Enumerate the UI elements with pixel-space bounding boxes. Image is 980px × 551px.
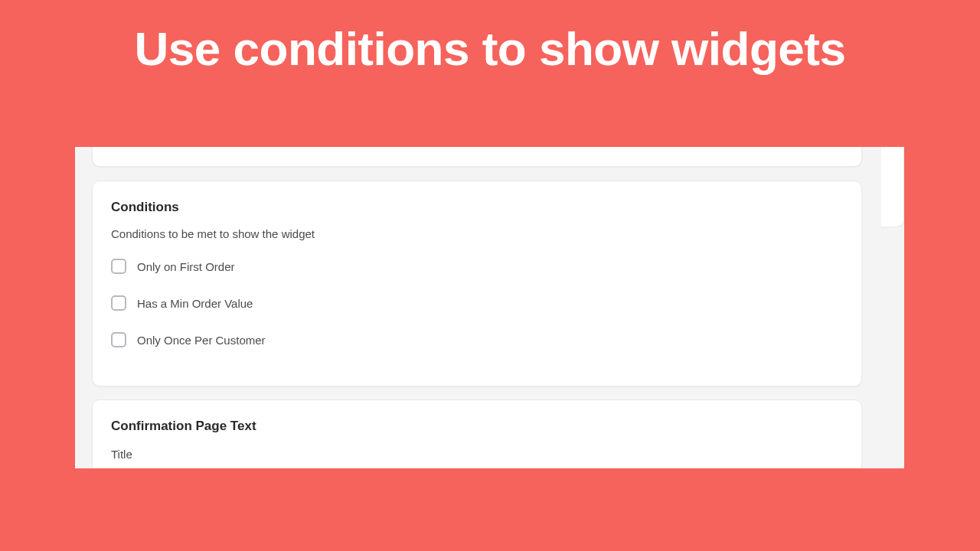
previous-card-edge [92,147,862,167]
checkbox-first-order[interactable] [111,259,126,274]
confirmation-card-title: Confirmation Page Text [111,419,843,434]
condition-row-first-order[interactable]: Only on First Order [111,259,843,274]
condition-row-once-per-customer[interactable]: Only Once Per Customer [111,332,843,347]
condition-row-min-order-value[interactable]: Has a Min Order Value [111,295,843,311]
confirmation-text-card: Confirmation Page Text Title [92,399,862,468]
checkbox-label: Only on First Order [137,260,235,273]
checkbox-label: Only Once Per Customer [137,334,266,347]
conditions-card-subtitle: Conditions to be met to show the widget [111,227,843,240]
hero-title: Use conditions to show widgets [0,0,980,76]
conditions-card-title: Conditions [111,200,843,215]
conditions-card: Conditions Conditions to be met to show … [92,181,862,386]
checkbox-label: Has a Min Order Value [137,297,253,310]
title-field-label: Title [111,448,843,461]
ui-screenshot-frame: Conditions Conditions to be met to show … [75,147,904,468]
side-panel-edge [881,147,904,227]
checkbox-once-per-customer[interactable] [111,332,126,347]
checkbox-min-order-value[interactable] [111,295,126,311]
